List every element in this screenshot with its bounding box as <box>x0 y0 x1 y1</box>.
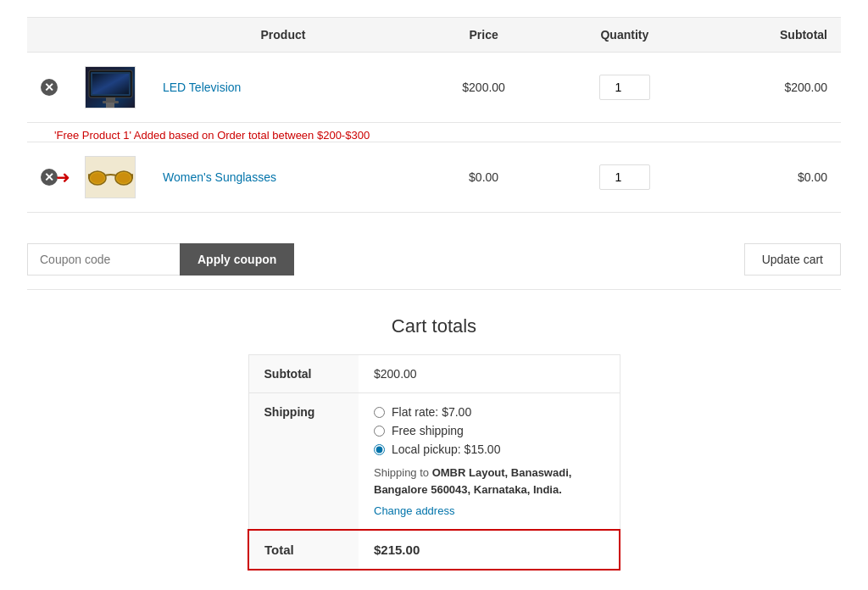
table-row: ✕ <box>27 53 841 123</box>
col-header-quantity: Quantity <box>550 18 698 53</box>
free-product-notice: 'Free Product 1' Added based on Order to… <box>41 122 383 142</box>
update-cart-button[interactable]: Update cart <box>744 243 841 276</box>
total-label: Total <box>248 530 359 570</box>
remove-item-button[interactable]: ✕ <box>41 79 58 96</box>
quantity-input-sunglasses[interactable] <box>599 164 650 190</box>
col-header-price: Price <box>417 18 550 53</box>
free-product-notice-row: 'Free Product 1' Added based on Order to… <box>27 123 841 142</box>
shipping-options: Flat rate: $7.00 Free shipping Local pic… <box>359 393 620 531</box>
product-link-tv[interactable]: LED Television <box>163 81 241 94</box>
product-subtotal-tv: $200.00 <box>698 53 841 123</box>
coupon-input[interactable] <box>27 243 180 276</box>
page-wrapper: Product Price Quantity Subtotal ✕ <box>10 0 858 587</box>
shipping-label-free[interactable]: Free shipping <box>392 424 464 437</box>
product-price-sunglasses: $0.00 <box>417 142 550 213</box>
shipping-option-local: Local pickup: $15.00 <box>374 442 604 456</box>
svg-point-6 <box>91 173 104 183</box>
shipping-label-local[interactable]: Local pickup: $15.00 <box>392 442 500 456</box>
shipping-option-free: Free shipping <box>374 424 604 437</box>
subtotal-value: $200.00 <box>359 355 620 393</box>
shipping-radio-free[interactable] <box>374 426 385 437</box>
apply-coupon-button[interactable]: Apply coupon <box>180 243 294 276</box>
change-address-link[interactable]: Change address <box>374 504 604 517</box>
quantity-input-tv[interactable] <box>599 75 650 100</box>
shipping-label: Shipping <box>248 393 359 531</box>
shipping-address: Shipping to OMBR Layout, Banaswadi, Bang… <box>374 465 604 498</box>
total-row: Total $215.00 <box>248 530 620 570</box>
svg-point-8 <box>117 173 131 183</box>
product-image-sunglasses <box>85 156 136 198</box>
product-image-tv <box>85 66 136 109</box>
col-header-subtotal: Subtotal <box>698 18 841 53</box>
total-value: $215.00 <box>359 530 620 570</box>
shipping-label-flat[interactable]: Flat rate: $7.00 <box>392 405 471 419</box>
coupon-row: Apply coupon Update cart <box>27 230 841 290</box>
product-subtotal-sunglasses: $0.00 <box>698 142 841 213</box>
svg-rect-2 <box>92 74 129 94</box>
col-header-product: Product <box>149 18 417 53</box>
shipping-radio-flat[interactable] <box>374 407 385 418</box>
svg-rect-3 <box>106 97 115 101</box>
cart-totals-table: Subtotal $200.00 Shipping Flat rate: $7.… <box>248 354 620 571</box>
product-price-tv: $200.00 <box>417 53 550 123</box>
shipping-radio-local[interactable] <box>374 444 385 455</box>
col-header-remove <box>27 18 71 53</box>
subtotal-row: Subtotal $200.00 <box>248 355 620 393</box>
cart-totals-section: Cart totals Subtotal $200.00 Shipping Fl… <box>27 315 841 571</box>
table-row: ✕ ➜ <box>27 142 841 213</box>
product-link-sunglasses[interactable]: Women's Sunglasses <box>163 170 276 184</box>
shipping-row: Shipping Flat rate: $7.00 Free shipping … <box>248 393 620 531</box>
arrow-icon: ➜ <box>56 167 70 187</box>
shipping-address-prefix: Shipping to <box>374 466 432 479</box>
col-header-image <box>71 18 149 53</box>
cart-totals-title: Cart totals <box>392 315 476 337</box>
coupon-left: Apply coupon <box>27 243 294 276</box>
subtotal-label: Subtotal <box>248 355 359 393</box>
svg-rect-4 <box>103 101 119 103</box>
shipping-option-flat: Flat rate: $7.00 <box>374 405 604 419</box>
remove-item-button[interactable]: ✕ <box>41 169 58 186</box>
cart-table: Product Price Quantity Subtotal ✕ <box>27 17 841 213</box>
